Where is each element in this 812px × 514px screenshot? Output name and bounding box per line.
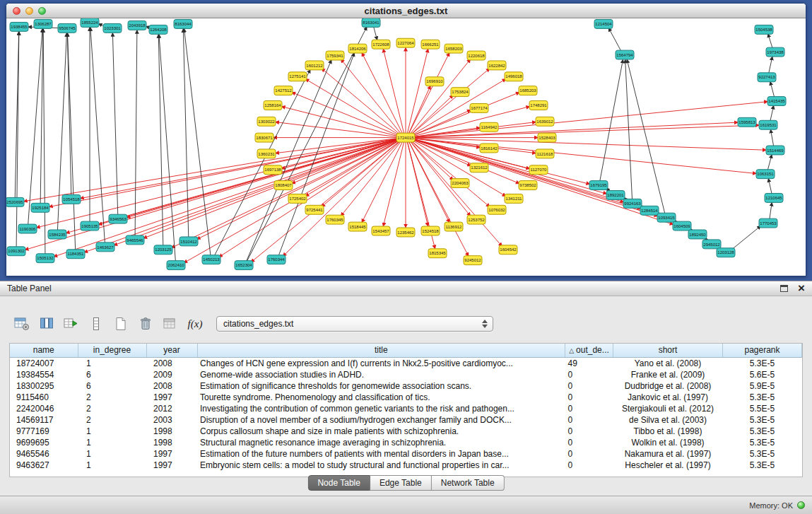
table-row[interactable]: 969969511998Structural magnetic resonanc… xyxy=(10,437,802,448)
network-node[interactable]: 1753824 xyxy=(451,88,469,97)
column-header-pagerank[interactable]: pagerank xyxy=(723,344,802,357)
network-node[interactable]: 1814206 xyxy=(348,44,367,53)
network-node[interactable]: 8163044 xyxy=(174,19,192,28)
table-row[interactable]: 946554611997Estimation of the future num… xyxy=(10,448,802,460)
network-node[interactable]: 1938455 xyxy=(10,22,28,31)
network-node[interactable]: 1524518 xyxy=(421,226,440,235)
network-node[interactable]: 1275141 xyxy=(288,72,307,81)
network-node[interactable]: 1303022 xyxy=(257,117,276,126)
network-node[interactable]: 1360231 xyxy=(257,149,276,158)
network-node[interactable]: 1543457 xyxy=(372,226,390,235)
network-node[interactable]: 1227064 xyxy=(396,38,415,47)
network-node[interactable]: 9346563 xyxy=(109,214,127,223)
network-node[interactable]: 1127070 xyxy=(529,165,548,175)
table-row[interactable]: 946362711997Embryonic stem cells: a mode… xyxy=(10,460,802,471)
new-column-icon[interactable] xyxy=(112,315,130,333)
network-node[interactable]: 1584235 xyxy=(48,230,66,239)
network-node[interactable]: 1504538 xyxy=(755,25,773,34)
network-node[interactable]: 9738502 xyxy=(519,181,537,190)
show-columns-icon[interactable] xyxy=(37,315,56,333)
network-node[interactable]: 9465546 xyxy=(126,235,144,245)
column-header-outde[interactable]: △out_de... xyxy=(565,344,613,357)
network-node[interactable]: 1203128 xyxy=(717,248,735,257)
network-node[interactable]: 1604509 xyxy=(673,221,691,230)
tab-edge-table[interactable]: Edge Table xyxy=(370,475,432,491)
network-node[interactable]: 1264208 xyxy=(149,25,167,34)
network-node[interactable]: 9924163 xyxy=(623,199,642,208)
network-node[interactable]: 1622842 xyxy=(488,61,506,70)
network-node[interactable]: 1639012 xyxy=(536,117,554,126)
network-node[interactable]: 1685203 xyxy=(519,86,537,95)
network-node[interactable]: 1203125 xyxy=(154,245,172,255)
network-node[interactable]: 1190306 xyxy=(18,224,37,233)
network-node[interactable]: 1450213 xyxy=(202,255,220,264)
network-node[interactable]: 1093415 xyxy=(657,213,676,222)
network-node[interactable]: 1855224 xyxy=(81,18,99,27)
table-source-dropdown[interactable]: citations_edges.txt xyxy=(216,316,493,332)
table-mode-icon[interactable] xyxy=(13,315,31,333)
network-graph[interactable]: 1724015152840316390121748291168520314960… xyxy=(6,18,806,276)
minimize-button[interactable] xyxy=(25,7,33,15)
network-node[interactable]: 1121618 xyxy=(536,149,554,158)
table-import-icon[interactable] xyxy=(62,315,81,333)
network-node[interactable]: 1759341 xyxy=(326,51,344,60)
network-node[interactable]: 1722608 xyxy=(372,40,390,49)
network-node[interactable]: 1725402 xyxy=(288,194,307,203)
network-node[interactable]: 1604542 xyxy=(499,245,517,255)
network-node[interactable]: 1697138 xyxy=(264,165,282,175)
network-node[interactable]: 1063151 xyxy=(756,170,775,179)
network-node[interactable]: 1321612 xyxy=(470,163,488,173)
network-node[interactable]: 1724015 xyxy=(396,133,415,142)
network-node[interactable]: 1091302 xyxy=(7,247,25,256)
network-node[interactable]: 2945012 xyxy=(702,240,721,249)
table-row[interactable]: 1830029562008Estimation of significance … xyxy=(10,380,802,392)
network-node[interactable]: 1760344 xyxy=(267,255,286,264)
network-node[interactable]: 1415435 xyxy=(767,97,786,106)
tab-node-table[interactable]: Node Table xyxy=(307,475,370,491)
network-node[interactable]: 1510412 xyxy=(180,237,198,246)
network-node[interactable]: 1748291 xyxy=(529,101,548,110)
network-node[interactable]: 9245012 xyxy=(464,256,482,265)
table-row[interactable]: 1456911722003Disruption of a novel membe… xyxy=(10,414,802,426)
network-node[interactable]: 1816142 xyxy=(480,144,498,153)
network-node[interactable]: 1164942 xyxy=(480,122,498,132)
network-node[interactable]: 1892450 xyxy=(688,230,707,239)
network-canvas[interactable]: 1724015152840316390121748291168520314960… xyxy=(6,18,806,276)
network-node[interactable]: 1210645 xyxy=(765,193,783,202)
network-node[interactable]: 1253752 xyxy=(467,215,486,224)
network-node[interactable]: 1528403 xyxy=(538,133,556,142)
network-node[interactable]: 1830671 xyxy=(255,133,273,142)
network-node[interactable]: 1808407 xyxy=(274,181,293,190)
network-node[interactable]: 1076032 xyxy=(488,205,506,214)
column-header-short[interactable]: short xyxy=(613,344,723,357)
close-button[interactable] xyxy=(13,7,20,15)
network-node[interactable]: 1496018 xyxy=(505,72,523,81)
network-node[interactable]: 1136912 xyxy=(445,222,463,231)
tab-network-table[interactable]: Network Table xyxy=(432,475,505,491)
network-node[interactable]: 1760345 xyxy=(326,215,344,224)
network-node[interactable]: 1306287 xyxy=(34,19,52,28)
network-node[interactable]: 1235462 xyxy=(396,228,415,237)
network-node[interactable]: 8163041 xyxy=(362,18,380,27)
network-node[interactable]: 1427512 xyxy=(274,86,293,95)
delete-column-icon[interactable] xyxy=(136,315,155,333)
network-node[interactable]: 1666251 xyxy=(421,40,440,49)
network-node[interactable]: 1658203 xyxy=(445,44,463,53)
network-node[interactable]: 1505132 xyxy=(36,254,54,263)
column-header-year[interactable]: year xyxy=(146,344,197,357)
network-node[interactable]: 1518445 xyxy=(348,222,367,231)
network-node[interactable]: 1677174 xyxy=(470,104,488,113)
network-node[interactable]: 2062410 xyxy=(167,261,185,270)
window-titlebar[interactable]: citations_edges.txt xyxy=(6,4,806,18)
network-node[interactable]: 1054518 xyxy=(62,194,81,204)
table-row[interactable]: 1872400712008Changes of HCN gene express… xyxy=(10,357,802,369)
table-row[interactable]: 2242004622012Investigating the contribut… xyxy=(10,403,802,414)
column-header-title[interactable]: title xyxy=(197,344,565,357)
network-node[interactable]: 1973438 xyxy=(766,47,784,57)
network-node[interactable]: 1679195 xyxy=(589,181,608,190)
table-row[interactable]: 911546021997Tourette syndrome. Phenomeno… xyxy=(10,392,802,403)
table-export-icon[interactable] xyxy=(161,315,180,333)
table-row[interactable]: 977716911998Corpus callosum shape and si… xyxy=(10,426,802,437)
network-node[interactable]: 9725441 xyxy=(305,205,324,214)
network-node[interactable]: 1925184 xyxy=(31,203,49,212)
